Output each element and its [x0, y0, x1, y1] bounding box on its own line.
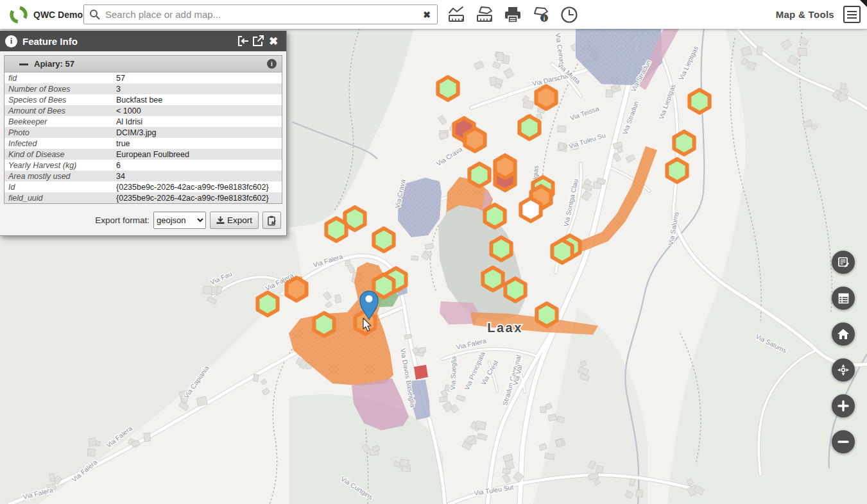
attribute-value: {0235be9c-2026-42ac-a99c-f9e8183fc602} — [112, 192, 282, 203]
home-button[interactable] — [832, 323, 855, 346]
feature-title: Apiary: 57 — [34, 59, 267, 69]
attribute-value: {0235be9c-2026-42ac-a99c-f9e8183fc602} — [112, 181, 282, 192]
menu-button[interactable] — [843, 6, 861, 23]
apiary-hex-marker[interactable] — [483, 267, 502, 290]
attribute-value: 34 — [112, 171, 282, 181]
attribute-row: Kind of DiseaseEuropean Foulbreed — [4, 149, 282, 160]
attribute-row: Species of BeesBuckfast bee — [4, 94, 282, 105]
print-icon[interactable] — [502, 4, 524, 26]
feature-info-toggle-icon[interactable]: i — [267, 59, 277, 69]
search-bar: ✖ — [83, 4, 438, 24]
search-icon — [89, 9, 100, 20]
attribute-table-button[interactable] — [832, 287, 855, 310]
attribute-label: Amount of Bees — [4, 105, 112, 116]
feature-result-section: Apiary: 57 i fid57Number of Boxes3Specie… — [4, 55, 282, 204]
close-icon[interactable]: ✖ — [266, 34, 281, 48]
timeline-clock-icon[interactable] — [558, 4, 580, 26]
edit-tasks-button[interactable] — [832, 251, 855, 274]
attribute-label: field_uuid — [4, 192, 112, 203]
attribute-label: Area mostly used — [4, 171, 112, 181]
attribute-value: European Foulbreed — [112, 149, 282, 160]
attribute-label: fid — [4, 72, 112, 83]
measure-icon[interactable] — [445, 4, 467, 26]
attribute-row: field_uuid{0235be9c-2026-42ac-a99c-f9e81… — [4, 192, 282, 203]
attribute-label: Beekeeper — [4, 116, 112, 127]
corner-fold-icon[interactable] — [860, 0, 867, 7]
feature-section-header[interactable]: Apiary: 57 i — [4, 56, 282, 72]
qwc-app: Via DarschalèVia CravaVia CravaVia Ceina… — [0, 0, 867, 504]
map-tools-label: Map & Tools — [776, 9, 834, 20]
attribute-value: Al Idrisi — [112, 116, 282, 127]
attribute-row: BeekeeperAl Idrisi — [4, 116, 282, 127]
top-toolbar: QWC Demo ✖ — [0, 0, 867, 29]
svg-text:i: i — [544, 15, 545, 22]
attribute-label: Id — [4, 181, 112, 192]
apiary-hex-marker[interactable] — [469, 164, 489, 187]
apiary-hex-marker[interactable] — [519, 116, 539, 139]
open-window-icon[interactable] — [250, 34, 266, 48]
zoom-in-button[interactable] — [832, 394, 855, 417]
attribute-label: Yearly Harvest (kg) — [4, 160, 112, 171]
apiary-hex-marker[interactable] — [373, 274, 393, 298]
export-format-select[interactable]: geojson — [153, 212, 206, 229]
apiary-hex-marker[interactable] — [314, 313, 334, 336]
clear-search-icon[interactable]: ✖ — [416, 10, 437, 20]
info-icon: i — [5, 35, 17, 47]
identify-region-icon[interactable]: i — [530, 4, 552, 26]
feature-info-panel: i Feature Info ✖ Apiary: 57 i fid57Nu — [0, 31, 287, 236]
attribute-row: Infectedtrue — [4, 138, 282, 149]
attribute-value: Buckfast bee — [112, 94, 282, 105]
attribute-value: < 1000 — [112, 105, 282, 116]
measure-area-icon[interactable] — [474, 4, 495, 26]
attribute-label: Photo — [4, 127, 112, 138]
apiary-hex-marker[interactable] — [485, 205, 504, 228]
panel-title: Feature Info — [22, 36, 235, 47]
apiary-hex-marker[interactable] — [689, 90, 709, 113]
apiary-hex-marker[interactable] — [438, 77, 458, 100]
export-format-label: Export format: — [95, 215, 150, 225]
compass-logo-icon — [9, 5, 28, 24]
apiary-hex-marker[interactable] — [537, 303, 556, 326]
clipboard-icon — [267, 215, 277, 226]
attribute-table: fid57Number of Boxes3Species of BeesBuck… — [4, 72, 282, 203]
street-label: Via Sueglia — [449, 356, 458, 390]
attribute-value: true — [112, 138, 282, 149]
attribute-value: 3 — [112, 83, 282, 94]
apiary-hex-marker[interactable] — [505, 278, 525, 301]
apiary-hex-marker[interactable] — [491, 237, 511, 260]
feature-info-header[interactable]: i Feature Info ✖ — [0, 31, 286, 51]
apiary-hex-marker[interactable] — [495, 155, 515, 178]
apiary-hex-marker[interactable] — [667, 159, 687, 182]
apiary-hex-marker[interactable] — [326, 218, 346, 241]
apiary-hex-marker[interactable] — [257, 292, 277, 315]
attribute-row: Yearly Harvest (kg)6 — [4, 160, 282, 171]
apiary-hex-marker[interactable] — [674, 131, 694, 155]
attribute-row: Amount of Bees< 1000 — [4, 105, 282, 116]
locate-button[interactable] — [832, 358, 855, 382]
map-control-buttons — [832, 251, 855, 453]
attribute-row: Id{0235be9c-2026-42ac-a99c-f9e8183fc602} — [4, 181, 282, 192]
apiary-hex-marker[interactable] — [465, 128, 485, 151]
zoom-out-button[interactable] — [832, 430, 855, 453]
attribute-label: Number of Boxes — [4, 83, 112, 94]
attribute-row: fid57 — [4, 72, 282, 83]
apiary-hex-marker[interactable] — [286, 278, 306, 301]
apiary-hex-marker[interactable] — [373, 228, 393, 251]
export-button[interactable]: Export — [210, 212, 259, 229]
attribute-row: PhotoDCIM/3.jpg — [4, 127, 282, 138]
building-red[interactable] — [414, 365, 428, 380]
copy-to-clipboard-button[interactable] — [262, 212, 281, 229]
app-logo[interactable]: QWC Demo — [0, 5, 82, 24]
apiary-hex-marker[interactable] — [552, 240, 572, 263]
apiary-hex-marker[interactable] — [520, 198, 540, 221]
app-title: QWC Demo — [33, 10, 83, 20]
attribute-row: Number of Boxes3 — [4, 83, 282, 94]
dock-panel-icon[interactable] — [235, 34, 250, 48]
search-input[interactable] — [104, 8, 416, 21]
attribute-value: 6 — [112, 160, 282, 171]
attribute-label: Kind of Disease — [4, 149, 112, 160]
export-bar: Export format: geojson Export — [0, 208, 286, 235]
apiary-hex-marker[interactable] — [536, 86, 556, 109]
collapse-icon[interactable] — [19, 59, 29, 69]
place-label-laax: Laax — [487, 321, 523, 335]
